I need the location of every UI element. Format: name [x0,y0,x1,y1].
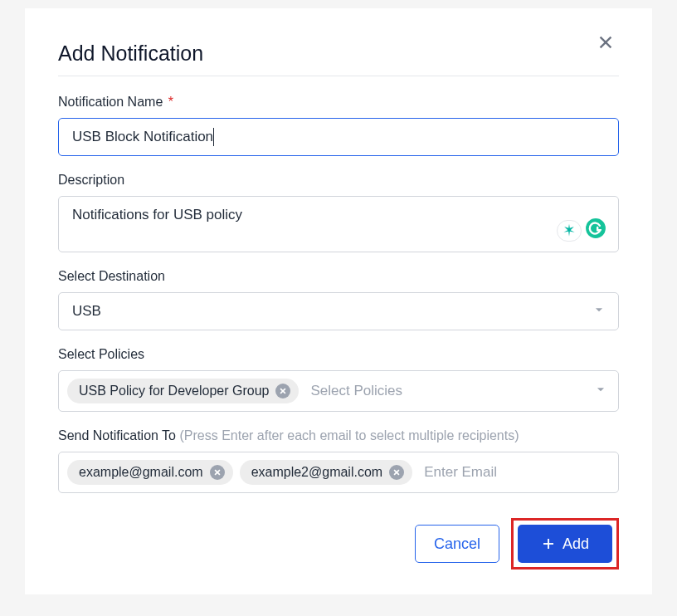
close-icon [279,387,287,395]
notification-name-value: USB Block Notification [72,129,213,145]
cancel-button[interactable]: Cancel [415,525,499,563]
grammarly-icon[interactable] [585,218,606,243]
chip-remove-button[interactable] [389,465,404,480]
email-chip: example@gmail.com [67,460,233,485]
label-text: Send Notification To [58,428,176,442]
writing-assist-icon[interactable] [557,220,582,242]
recipients-input[interactable]: example@gmail.com example2@gmail.com Ent… [58,452,619,493]
editor-badges [557,218,606,243]
add-button-highlight: Add [511,518,619,570]
field-description: Description Notifications for USB policy [58,173,619,252]
policies-placeholder: Select Policies [305,383,610,399]
chip-label: example@gmail.com [79,465,203,480]
destination-label: Select Destination [58,269,619,284]
description-value: Notifications for USB policy [72,207,242,222]
chip-label: example2@gmail.com [251,465,383,480]
policies-label: Select Policies [58,347,619,362]
notification-name-label: Notification Name * [58,95,619,110]
label-hint: (Press Enter after each email to select … [179,428,519,442]
required-asterisk: * [168,95,173,109]
destination-value: USB [72,303,101,320]
recipients-label: Send Notification To (Press Enter after … [58,428,619,443]
modal-footer: Cancel Add [58,518,619,570]
policy-chip: USB Policy for Developer Group [67,379,299,403]
description-label: Description [58,173,619,188]
modal-title: Add Notification [58,42,619,76]
close-icon [392,468,401,477]
close-icon [597,33,615,51]
field-policies: Select Policies USB Policy for Developer… [58,347,619,412]
recipients-placeholder: Enter Email [419,464,610,481]
field-notification-name: Notification Name * USB Block Notificati… [58,95,619,156]
email-chip: example2@gmail.com [240,460,413,485]
add-notification-modal: Add Notification Notification Name * USB… [25,8,652,594]
caret-down-icon [595,384,606,398]
destination-select[interactable]: USB [58,292,619,330]
text-cursor [213,128,214,146]
caret-down-icon [593,303,605,320]
add-button[interactable]: Add [518,525,612,563]
policies-select[interactable]: USB Policy for Developer Group Select Po… [58,370,619,412]
chip-remove-button[interactable] [210,465,225,480]
close-button[interactable] [597,33,615,55]
chip-remove-button[interactable] [275,384,290,398]
close-icon [213,468,222,477]
add-button-label: Add [563,535,589,553]
notification-name-input[interactable]: USB Block Notification [58,118,619,156]
description-input[interactable]: Notifications for USB policy [58,196,619,252]
label-text: Notification Name [58,95,163,109]
plus-icon [541,536,556,551]
chip-label: USB Policy for Developer Group [79,384,269,398]
field-destination: Select Destination USB [58,269,619,330]
field-recipients: Send Notification To (Press Enter after … [58,428,619,493]
